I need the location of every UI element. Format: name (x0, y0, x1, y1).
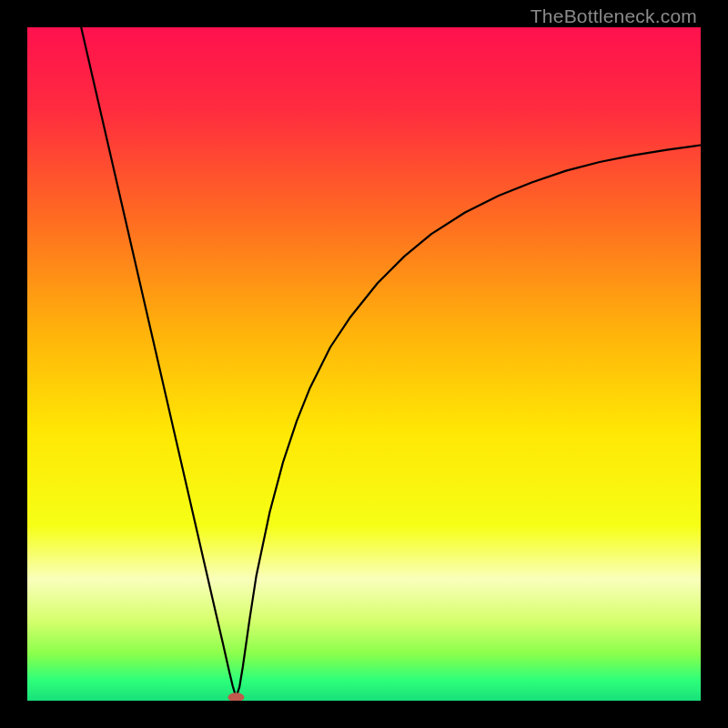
watermark-text: TheBottleneck.com (531, 5, 697, 27)
chart-svg (27, 27, 701, 701)
chart-frame (27, 27, 701, 701)
gradient-background (27, 27, 701, 701)
